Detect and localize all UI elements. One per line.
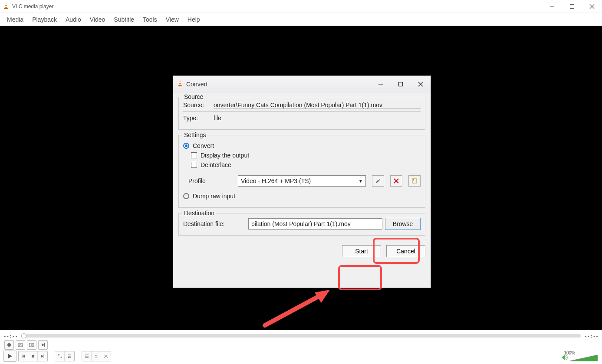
convert-radio[interactable]: Convert [183,142,421,149]
dialog-minimize-button[interactable] [371,76,391,92]
playlist-controls [82,351,111,361]
svg-marker-30 [562,355,565,360]
type-label: Type: [183,115,214,121]
maximize-button[interactable] [562,0,582,13]
x-icon [394,178,399,184]
shuffle-button[interactable] [101,351,111,361]
menu-subtitle[interactable]: Subtitle [109,14,138,25]
start-button[interactable]: Start [342,245,381,257]
elapsed-time: --:-- [3,333,18,339]
extended-settings-button[interactable] [65,351,74,361]
window-controls [542,0,602,13]
deinterlace-label: Deinterlace [201,161,231,168]
svg-rect-18 [32,355,34,357]
frame-step-button[interactable] [38,340,48,350]
menu-playback[interactable]: Playback [28,14,61,25]
bottom-controls: --:-- --:-- 100% [0,330,602,364]
convert-dialog: Convert Source Source: onverter\Funny Ca… [173,75,431,288]
radio-icon [183,143,189,149]
dialog-maximize-button[interactable] [391,76,411,92]
atob-loop-button[interactable] [27,340,36,350]
svg-rect-36 [178,85,182,86]
type-value: file [214,115,221,121]
svg-point-10 [20,344,21,346]
source-group: Source Source: onverter\Funny Cats Compi… [178,97,425,130]
vlc-cone-icon [3,2,10,11]
source-label: Source: [183,102,214,109]
svg-marker-17 [23,354,25,358]
play-button[interactable] [3,351,16,362]
browse-button[interactable]: Browse [385,218,421,230]
svg-point-8 [7,343,11,347]
dialog-close-button[interactable] [411,76,431,92]
wrench-icon [375,178,381,184]
svg-rect-12 [32,343,34,347]
new-profile-icon [411,178,418,184]
radio-icon [183,193,189,199]
menu-help[interactable]: Help [183,14,204,25]
destination-file-input[interactable]: pilation (Most Popular) Part 1(1).mov [248,218,382,230]
profile-label: Profile [188,177,232,184]
delete-profile-button[interactable] [390,175,402,187]
previous-button[interactable] [19,351,28,361]
checkbox-icon [191,162,197,168]
dialog-title: Convert [186,81,371,88]
seek-slider[interactable] [21,334,581,338]
destination-group: Destination Destination file: pilation (… [178,213,425,236]
svg-marker-15 [8,354,12,358]
new-profile-button[interactable] [408,175,421,187]
svg-rect-5 [570,4,574,8]
main-titlebar: VLC media player [0,0,602,13]
menu-video[interactable]: Video [86,14,110,25]
chevron-down-icon: ▼ [359,179,363,184]
menu-tools[interactable]: Tools [138,14,161,25]
svg-rect-38 [399,82,403,86]
svg-marker-19 [41,354,43,358]
checkbox-icon [191,152,197,158]
svg-rect-3 [4,8,8,9]
svg-point-24 [69,354,69,355]
deinterlace-checkbox[interactable]: Deinterlace [191,161,421,168]
svg-rect-16 [22,354,23,358]
display-output-checkbox[interactable]: Display the output [191,152,421,159]
svg-rect-11 [30,343,31,347]
app-title: VLC media player [12,3,542,10]
settings-group: Settings Convert Display the output Dein… [178,135,425,208]
next-button[interactable] [38,351,47,361]
total-time: --:-- [584,333,599,339]
close-button[interactable] [582,0,602,13]
minimize-button[interactable] [542,0,562,13]
menu-media[interactable]: Media [3,14,28,25]
record-button[interactable] [4,340,14,350]
fullscreen-button[interactable] [55,351,65,361]
cancel-button[interactable]: Cancel [386,245,425,257]
source-legend: Source [182,93,205,100]
edit-profile-button[interactable] [372,175,384,187]
svg-rect-1 [5,4,7,5]
menu-bar: Media Playback Audio Video Subtitle Tool… [0,13,602,26]
svg-rect-20 [44,354,45,358]
view-controls [55,351,75,361]
convert-radio-label: Convert [193,142,214,149]
stop-button[interactable] [28,351,38,361]
profile-value: Video - H.264 + MP3 (TS) [241,177,311,184]
destination-file-label: Destination file: [183,220,248,227]
svg-point-25 [69,356,70,357]
playlist-button[interactable] [82,351,92,361]
svg-rect-14 [44,343,45,347]
vlc-cone-icon [177,80,184,89]
dump-raw-radio[interactable]: Dump raw input [183,193,421,200]
loop-button[interactable] [92,351,101,361]
snapshot-button[interactable] [16,340,25,350]
profile-select[interactable]: Video - H.264 + MP3 (TS) ▼ [238,175,366,187]
speaker-icon[interactable] [561,354,568,362]
svg-rect-44 [413,179,414,180]
menu-audio[interactable]: Audio [61,14,86,25]
volume-slider[interactable] [570,355,598,362]
destination-file-value: pilation (Most Popular) Part 1(1).mov [251,220,351,227]
svg-rect-2 [5,6,7,7]
svg-rect-34 [179,82,181,83]
destination-legend: Destination [182,210,216,216]
menu-view[interactable]: View [161,14,183,25]
skip-controls [18,351,48,361]
